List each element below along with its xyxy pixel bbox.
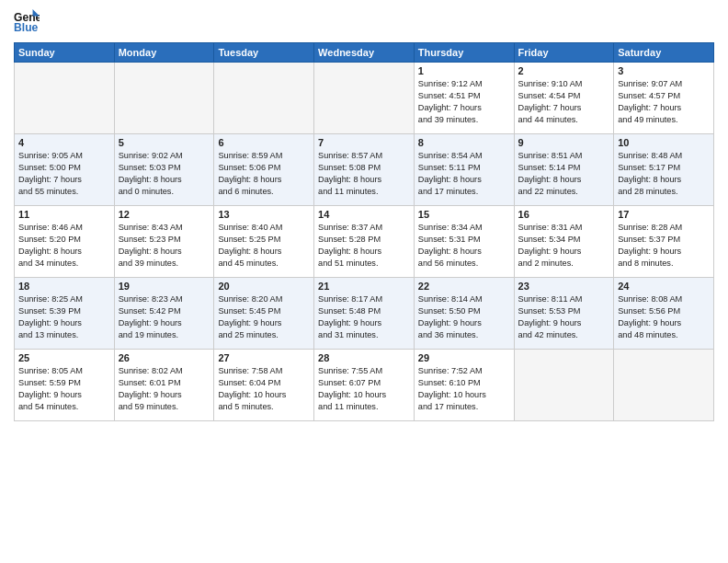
- day-number: 18: [18, 281, 110, 292]
- weekday-header-monday: Monday: [114, 43, 214, 63]
- day-info: Sunrise: 8:08 AM Sunset: 5:56 PM Dayligh…: [618, 293, 710, 341]
- day-info: Sunrise: 8:23 AM Sunset: 5:42 PM Dayligh…: [119, 293, 210, 341]
- day-number: 6: [218, 137, 310, 148]
- day-number: 5: [119, 137, 210, 148]
- logo: General Blue: [14, 9, 40, 35]
- day-info: Sunrise: 8:28 AM Sunset: 5:37 PM Dayligh…: [618, 222, 710, 270]
- day-info: Sunrise: 8:59 AM Sunset: 5:06 PM Dayligh…: [218, 150, 310, 198]
- calendar-week-3: 11Sunrise: 8:46 AM Sunset: 5:20 PM Dayli…: [15, 206, 714, 278]
- day-number: 13: [218, 209, 310, 220]
- calendar-cell: 23Sunrise: 8:11 AM Sunset: 5:53 PM Dayli…: [514, 278, 614, 350]
- day-info: Sunrise: 8:02 AM Sunset: 6:01 PM Dayligh…: [119, 365, 210, 413]
- calendar-cell: 11Sunrise: 8:46 AM Sunset: 5:20 PM Dayli…: [15, 206, 115, 278]
- day-number: 1: [418, 65, 510, 76]
- calendar-cell: 12Sunrise: 8:43 AM Sunset: 5:23 PM Dayli…: [114, 206, 214, 278]
- calendar-table: SundayMondayTuesdayWednesdayThursdayFrid…: [14, 42, 714, 421]
- calendar-cell: 2Sunrise: 9:10 AM Sunset: 4:54 PM Daylig…: [514, 63, 614, 134]
- day-info: Sunrise: 9:05 AM Sunset: 5:00 PM Dayligh…: [18, 150, 110, 198]
- day-number: 7: [318, 137, 410, 148]
- day-info: Sunrise: 9:12 AM Sunset: 4:51 PM Dayligh…: [418, 78, 510, 126]
- day-info: Sunrise: 8:14 AM Sunset: 5:50 PM Dayligh…: [418, 293, 510, 341]
- day-info: Sunrise: 8:31 AM Sunset: 5:34 PM Dayligh…: [518, 222, 610, 270]
- day-number: 28: [318, 352, 410, 363]
- day-info: Sunrise: 8:37 AM Sunset: 5:28 PM Dayligh…: [318, 222, 410, 270]
- day-number: 4: [18, 137, 110, 148]
- day-info: Sunrise: 8:48 AM Sunset: 5:17 PM Dayligh…: [618, 150, 710, 198]
- weekday-header-row: SundayMondayTuesdayWednesdayThursdayFrid…: [15, 43, 714, 63]
- calendar-cell: [514, 350, 614, 421]
- day-number: 9: [518, 137, 610, 148]
- calendar-cell: 15Sunrise: 8:34 AM Sunset: 5:31 PM Dayli…: [414, 206, 514, 278]
- calendar-cell: 8Sunrise: 8:54 AM Sunset: 5:11 PM Daylig…: [414, 134, 514, 206]
- day-info: Sunrise: 9:10 AM Sunset: 4:54 PM Dayligh…: [518, 78, 610, 126]
- calendar-cell: 13Sunrise: 8:40 AM Sunset: 5:25 PM Dayli…: [214, 206, 314, 278]
- calendar-cell: 21Sunrise: 8:17 AM Sunset: 5:48 PM Dayli…: [314, 278, 415, 350]
- day-info: Sunrise: 8:57 AM Sunset: 5:08 PM Dayligh…: [318, 150, 410, 198]
- calendar-cell: [314, 63, 415, 134]
- day-info: Sunrise: 8:43 AM Sunset: 5:23 PM Dayligh…: [119, 222, 210, 270]
- calendar-cell: 26Sunrise: 8:02 AM Sunset: 6:01 PM Dayli…: [114, 350, 214, 421]
- day-number: 10: [618, 137, 710, 148]
- calendar-cell: 1Sunrise: 9:12 AM Sunset: 4:51 PM Daylig…: [414, 63, 514, 134]
- calendar-cell: [114, 63, 214, 134]
- day-number: 16: [518, 209, 610, 220]
- day-number: 12: [119, 209, 210, 220]
- day-info: Sunrise: 7:55 AM Sunset: 6:07 PM Dayligh…: [318, 365, 410, 413]
- weekday-header-friday: Friday: [514, 43, 614, 63]
- weekday-header-sunday: Sunday: [15, 43, 115, 63]
- day-info: Sunrise: 8:51 AM Sunset: 5:14 PM Dayligh…: [518, 150, 610, 198]
- calendar-cell: 4Sunrise: 9:05 AM Sunset: 5:00 PM Daylig…: [15, 134, 115, 206]
- calendar-cell: 6Sunrise: 8:59 AM Sunset: 5:06 PM Daylig…: [214, 134, 314, 206]
- day-number: 15: [418, 209, 510, 220]
- calendar-cell: 18Sunrise: 8:25 AM Sunset: 5:39 PM Dayli…: [15, 278, 115, 350]
- day-number: 2: [518, 65, 610, 76]
- weekday-header-saturday: Saturday: [614, 43, 714, 63]
- weekday-header-tuesday: Tuesday: [214, 43, 314, 63]
- calendar-cell: 17Sunrise: 8:28 AM Sunset: 5:37 PM Dayli…: [614, 206, 714, 278]
- day-number: 20: [218, 281, 310, 292]
- day-info: Sunrise: 7:58 AM Sunset: 6:04 PM Dayligh…: [218, 365, 310, 413]
- calendar-cell: 24Sunrise: 8:08 AM Sunset: 5:56 PM Dayli…: [614, 278, 714, 350]
- day-number: 14: [318, 209, 410, 220]
- calendar-cell: 5Sunrise: 9:02 AM Sunset: 5:03 PM Daylig…: [114, 134, 214, 206]
- calendar-cell: 19Sunrise: 8:23 AM Sunset: 5:42 PM Dayli…: [114, 278, 214, 350]
- weekday-header-wednesday: Wednesday: [314, 43, 415, 63]
- calendar-cell: 7Sunrise: 8:57 AM Sunset: 5:08 PM Daylig…: [314, 134, 415, 206]
- calendar-cell: 29Sunrise: 7:52 AM Sunset: 6:10 PM Dayli…: [414, 350, 514, 421]
- day-info: Sunrise: 8:46 AM Sunset: 5:20 PM Dayligh…: [18, 222, 110, 270]
- day-info: Sunrise: 8:11 AM Sunset: 5:53 PM Dayligh…: [518, 293, 610, 341]
- day-info: Sunrise: 8:34 AM Sunset: 5:31 PM Dayligh…: [418, 222, 510, 270]
- day-info: Sunrise: 9:07 AM Sunset: 4:57 PM Dayligh…: [618, 78, 710, 126]
- calendar-cell: 27Sunrise: 7:58 AM Sunset: 6:04 PM Dayli…: [214, 350, 314, 421]
- day-number: 22: [418, 281, 510, 292]
- day-info: Sunrise: 8:17 AM Sunset: 5:48 PM Dayligh…: [318, 293, 410, 341]
- day-number: 23: [518, 281, 610, 292]
- calendar-cell: 9Sunrise: 8:51 AM Sunset: 5:14 PM Daylig…: [514, 134, 614, 206]
- calendar-cell: 10Sunrise: 8:48 AM Sunset: 5:17 PM Dayli…: [614, 134, 714, 206]
- day-info: Sunrise: 8:20 AM Sunset: 5:45 PM Dayligh…: [218, 293, 310, 341]
- day-info: Sunrise: 7:52 AM Sunset: 6:10 PM Dayligh…: [418, 365, 510, 413]
- calendar-cell: 20Sunrise: 8:20 AM Sunset: 5:45 PM Dayli…: [214, 278, 314, 350]
- logo-icon: General Blue: [14, 9, 40, 35]
- calendar-cell: [15, 63, 115, 134]
- calendar-cell: 28Sunrise: 7:55 AM Sunset: 6:07 PM Dayli…: [314, 350, 415, 421]
- day-number: 21: [318, 281, 410, 292]
- day-number: 26: [119, 352, 210, 363]
- calendar-cell: 25Sunrise: 8:05 AM Sunset: 5:59 PM Dayli…: [15, 350, 115, 421]
- calendar-cell: 22Sunrise: 8:14 AM Sunset: 5:50 PM Dayli…: [414, 278, 514, 350]
- day-number: 27: [218, 352, 310, 363]
- day-info: Sunrise: 8:54 AM Sunset: 5:11 PM Dayligh…: [418, 150, 510, 198]
- calendar-week-4: 18Sunrise: 8:25 AM Sunset: 5:39 PM Dayli…: [15, 278, 714, 350]
- svg-text:Blue: Blue: [14, 21, 39, 34]
- day-number: 3: [618, 65, 710, 76]
- day-info: Sunrise: 8:40 AM Sunset: 5:25 PM Dayligh…: [218, 222, 310, 270]
- calendar-cell: 16Sunrise: 8:31 AM Sunset: 5:34 PM Dayli…: [514, 206, 614, 278]
- day-info: Sunrise: 9:02 AM Sunset: 5:03 PM Dayligh…: [119, 150, 210, 198]
- calendar-cell: 14Sunrise: 8:37 AM Sunset: 5:28 PM Dayli…: [314, 206, 415, 278]
- weekday-header-thursday: Thursday: [414, 43, 514, 63]
- day-number: 11: [18, 209, 110, 220]
- calendar-cell: [614, 350, 714, 421]
- calendar-week-2: 4Sunrise: 9:05 AM Sunset: 5:00 PM Daylig…: [15, 134, 714, 206]
- day-number: 24: [618, 281, 710, 292]
- day-number: 17: [618, 209, 710, 220]
